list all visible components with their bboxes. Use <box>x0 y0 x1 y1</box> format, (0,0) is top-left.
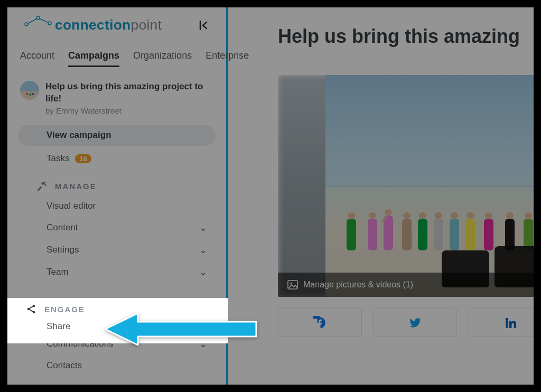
nav-settings[interactable]: Settings ⌄ <box>18 239 216 261</box>
tab-account[interactable]: Account <box>20 50 54 67</box>
section-manage-header: MANAGE <box>18 169 216 195</box>
nav-item-label: Team <box>46 267 199 277</box>
nav-item-label: Visual editor <box>46 201 207 211</box>
share-facebook-button[interactable] <box>278 309 362 337</box>
collapse-icon <box>198 20 210 31</box>
main-content: Help us bring this amazing Manage pictur… <box>230 7 534 385</box>
svg-line-3 <box>28 19 37 24</box>
nav-content[interactable]: Content ⌄ <box>18 217 216 239</box>
svg-line-15 <box>30 306 33 309</box>
svg-point-0 <box>25 23 28 26</box>
nav-tasks[interactable]: Tasks 16 <box>18 148 216 169</box>
chevron-down-icon: ⌄ <box>199 244 207 256</box>
manage-media-label: Manage pictures & videos (1) <box>303 280 413 290</box>
nav-item-label: Tasks 16 <box>46 153 207 164</box>
section-engage-header: ENGAGE <box>7 298 228 317</box>
campaign-author: by Emmy Waterstreet <box>45 106 213 115</box>
nav-item-label: View campaign <box>46 130 207 141</box>
nav-item-label: Contacts <box>46 360 207 371</box>
campaign-title: Help us bring this amazing project to li… <box>45 81 213 105</box>
hero-photo <box>325 75 534 297</box>
linkedin-icon <box>504 316 518 330</box>
social-share-row <box>278 309 534 337</box>
nav-item-label: Share <box>46 321 70 331</box>
current-campaign-block[interactable]: Help us bring this amazing project to li… <box>7 67 226 120</box>
tutorial-highlight-region: ENGAGE Share <box>7 298 228 343</box>
logo-graph-icon <box>22 15 54 27</box>
sidebar-tabs: Account Campaigns Organizations Enterpri… <box>7 38 226 67</box>
nav-team[interactable]: Team ⌄ <box>18 261 216 283</box>
nav-visual-editor[interactable]: Visual editor <box>18 195 216 217</box>
tab-campaigns[interactable]: Campaigns <box>68 50 119 67</box>
svg-point-11 <box>290 282 292 284</box>
hero-image[interactable]: Manage pictures & videos (1) <box>278 75 534 297</box>
svg-line-16 <box>30 310 33 312</box>
share-nodes-icon <box>25 303 37 315</box>
share-linkedin-button[interactable] <box>469 309 534 337</box>
section-label: ENGAGE <box>44 305 85 314</box>
sidebar-header: connectionpoint <box>7 7 226 38</box>
nav-contacts[interactable]: Contacts <box>18 355 216 376</box>
tasks-count-badge: 16 <box>75 154 91 163</box>
brand-text: connectionpoint <box>55 17 162 33</box>
tab-organizations[interactable]: Organizations <box>133 50 192 67</box>
wrench-icon <box>36 181 48 192</box>
section-label: MANAGE <box>55 182 97 191</box>
chevron-down-icon: ⌄ <box>199 266 207 278</box>
twitter-icon <box>408 316 422 330</box>
image-icon <box>287 280 298 290</box>
campaign-thumbnail <box>20 81 39 100</box>
manage-media-bar[interactable]: Manage pictures & videos (1) <box>278 273 534 297</box>
nav-view-campaign[interactable]: View campaign <box>18 125 216 146</box>
svg-point-14 <box>33 311 35 313</box>
nav-share[interactable]: Share <box>7 317 228 337</box>
svg-line-4 <box>40 18 49 23</box>
page-title: Help us bring this amazing <box>278 25 534 48</box>
nav-item-label: Settings <box>46 245 199 255</box>
share-twitter-button[interactable] <box>374 309 458 337</box>
svg-point-2 <box>48 22 51 25</box>
campaign-meta: Help us bring this amazing project to li… <box>45 81 213 115</box>
svg-point-13 <box>33 305 35 307</box>
app-frame: connectionpoint Account Campaigns Organi… <box>7 7 534 385</box>
collapse-sidebar-button[interactable] <box>197 18 211 33</box>
nav-item-label: Content <box>46 222 199 233</box>
brand-logo[interactable]: connectionpoint <box>22 17 162 33</box>
chevron-down-icon: ⌄ <box>199 222 207 234</box>
svg-point-1 <box>36 16 40 20</box>
facebook-icon <box>313 316 327 330</box>
